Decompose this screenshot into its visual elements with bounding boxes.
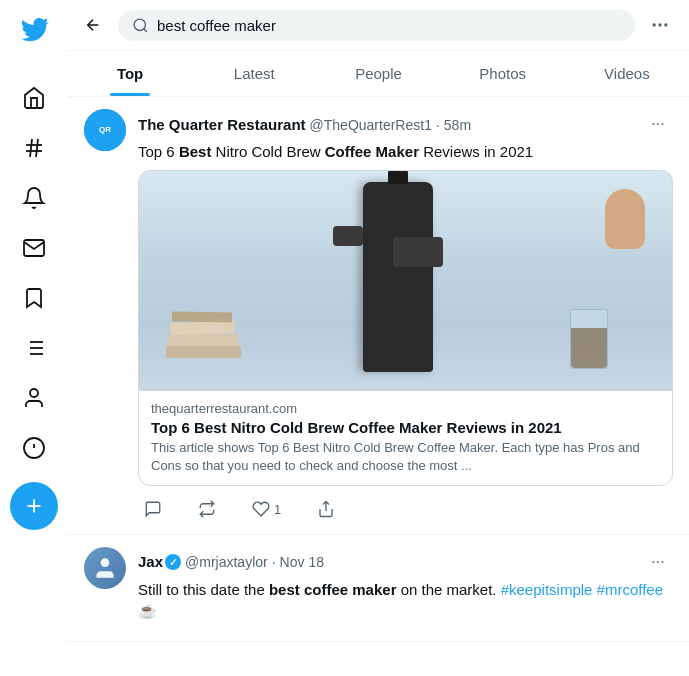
tweet-2: Jax @mrjaxtaylor · Nov 18 ··· Still to t… <box>68 535 689 642</box>
mail-icon <box>22 236 46 260</box>
tweet-1-like-count: 1 <box>274 502 281 517</box>
tweet-1-card-domain: thequarterrestaurant.com <box>151 401 660 416</box>
tweet-1-card-info: thequarterrestaurant.com Top 6 Best Nitr… <box>139 391 672 485</box>
hashtag-icon <box>22 136 46 160</box>
tweet-2-header: Jax @mrjaxtaylor · Nov 18 ··· <box>138 547 673 577</box>
sidebar-item-home[interactable] <box>10 74 58 122</box>
reply-icon <box>144 500 162 518</box>
main-content: Top Latest People Photos Videos QR The Q… <box>68 0 689 676</box>
svg-point-19 <box>659 24 661 26</box>
heart-icon <box>252 500 270 518</box>
svg-point-21 <box>653 24 655 26</box>
tabs: Top Latest People Photos Videos <box>68 51 689 97</box>
bookmark-icon <box>22 286 46 310</box>
tab-latest[interactable]: Latest <box>192 51 316 96</box>
tweet-1-card[interactable]: thequarterrestaurant.com Top 6 Best Nitr… <box>138 170 673 486</box>
tweet-feed: QR The Quarter Restaurant @TheQuarterRes… <box>68 97 689 676</box>
search-icon <box>132 17 149 34</box>
book3 <box>169 321 234 335</box>
tweet-1-header: The Quarter Restaurant @TheQuarterRest1 … <box>138 109 673 139</box>
search-input-wrap[interactable] <box>118 10 635 41</box>
search-more-button[interactable] <box>643 8 677 42</box>
back-button[interactable] <box>76 8 110 42</box>
coffee-tap-right <box>393 237 443 267</box>
tweet-2-dot: · <box>272 554 276 570</box>
svg-point-20 <box>665 24 667 26</box>
tweet-1-dot: · <box>436 117 440 133</box>
retweet-icon <box>198 500 216 518</box>
tweet-1-card-description: This article shows Top 6 Best Nitro Cold… <box>151 439 660 475</box>
tweet-1-bold-coffee: Coffee Maker <box>325 143 419 160</box>
search-bar <box>68 0 689 51</box>
back-arrow-icon <box>84 16 102 34</box>
tweet-1-body: The Quarter Restaurant @TheQuarterRest1 … <box>138 109 673 522</box>
coffee-scene <box>139 171 672 391</box>
tweet-1-actions: 1 <box>138 496 673 522</box>
tweet-1-share-button[interactable] <box>311 496 341 522</box>
tweet-2-bold: best coffee maker <box>269 581 397 598</box>
tweet-1-card-title: Top 6 Best Nitro Cold Brew Coffee Maker … <box>151 419 660 436</box>
tweet-1-bold-best: Best <box>179 143 212 160</box>
svg-line-18 <box>144 28 147 31</box>
tweet-1-more-button[interactable]: ··· <box>643 109 673 139</box>
sidebar-item-explore[interactable] <box>10 124 58 172</box>
home-icon <box>22 86 46 110</box>
tab-photos[interactable]: Photos <box>441 51 565 96</box>
tab-videos[interactable]: Videos <box>565 51 689 96</box>
sidebar-item-profile[interactable] <box>10 374 58 422</box>
svg-point-10 <box>30 389 38 397</box>
coffee-books <box>166 308 246 358</box>
tweet-2-username: Jax <box>138 553 181 571</box>
tweet-2-body: Jax @mrjaxtaylor · Nov 18 ··· Still to t… <box>138 547 673 629</box>
sidebar-item-notifications[interactable] <box>10 174 58 222</box>
book4 <box>172 311 232 322</box>
tweet-1-like-button[interactable]: 1 <box>246 496 287 522</box>
search-input[interactable] <box>157 17 621 34</box>
jax-avatar-icon <box>92 555 118 581</box>
person-icon <box>22 386 46 410</box>
tab-top[interactable]: Top <box>68 51 192 96</box>
coffee-tap-left <box>333 226 363 246</box>
tweet-2-user-info: Jax @mrjaxtaylor · Nov 18 <box>138 553 324 571</box>
tweet-1-user-info: The Quarter Restaurant @TheQuarterRest1 … <box>138 116 471 133</box>
tweet-1-text: Top 6 Best Nitro Cold Brew Coffee Maker … <box>138 141 673 162</box>
bell-icon <box>22 186 46 210</box>
coffee-bottle <box>363 182 433 372</box>
tweet-2-handle: @mrjaxtaylor <box>185 554 268 570</box>
tweet-1: QR The Quarter Restaurant @TheQuarterRes… <box>68 97 689 535</box>
svg-point-17 <box>134 19 145 30</box>
tweet-2-time: Nov 18 <box>280 554 324 570</box>
verified-badge <box>165 554 181 570</box>
sidebar-item-more[interactable] <box>10 424 58 472</box>
coffee-glass <box>570 309 608 369</box>
tweet-1-card-image <box>139 171 672 391</box>
tweet-1-avatar: QR <box>84 109 126 151</box>
sidebar-item-messages[interactable] <box>10 224 58 272</box>
compose-button[interactable] <box>10 482 58 530</box>
tweet-2-hashtag1[interactable]: #keepitsimple <box>501 581 593 598</box>
hand <box>605 189 645 249</box>
tweet-1-avatar-text: QR <box>99 125 111 135</box>
svg-line-2 <box>30 139 32 157</box>
twitter-bird-icon <box>19 18 49 48</box>
list-icon <box>22 336 46 360</box>
tweet-2-hashtag2[interactable]: #mrcoffee <box>597 581 663 598</box>
tweet-1-reply-button[interactable] <box>138 496 168 522</box>
tweet-2-avatar <box>84 547 126 589</box>
dots-icon <box>650 15 670 35</box>
tweet-1-handle: @TheQuarterRest1 <box>310 117 432 133</box>
twitter-logo[interactable] <box>9 8 59 62</box>
share-icon <box>317 500 335 518</box>
book2 <box>168 334 238 346</box>
tab-people[interactable]: People <box>316 51 440 96</box>
tweet-2-text: Still to this date the best coffee maker… <box>138 579 673 621</box>
tweet-1-retweet-button[interactable] <box>192 496 222 522</box>
tweet-1-time: 58m <box>444 117 471 133</box>
svg-line-3 <box>36 139 38 157</box>
more-circle-icon <box>22 436 46 460</box>
book1 <box>166 346 241 358</box>
tweet-2-more-button[interactable]: ··· <box>643 547 673 577</box>
sidebar-item-lists[interactable] <box>10 324 58 372</box>
sidebar-item-bookmarks[interactable] <box>10 274 58 322</box>
tweet-1-username: The Quarter Restaurant <box>138 116 306 133</box>
